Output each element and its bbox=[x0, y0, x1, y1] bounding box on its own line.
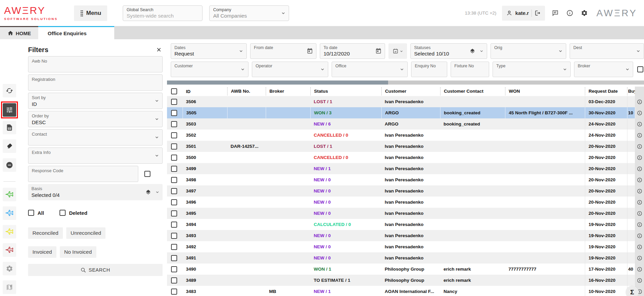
row-checkbox[interactable] bbox=[171, 222, 177, 228]
table-row[interactable]: 3495 NEW / 0 Ivan Peresadenko 20-Nov-202… bbox=[167, 208, 644, 219]
global-search-input[interactable]: Global Search System-wide search bbox=[123, 5, 202, 21]
deleted-checkbox[interactable] bbox=[59, 210, 66, 216]
row-info-icon[interactable] bbox=[635, 230, 644, 241]
block-button[interactable] bbox=[3, 158, 16, 172]
refresh-button[interactable] bbox=[3, 84, 16, 97]
green-flight-button[interactable] bbox=[3, 188, 16, 201]
row-info-icon[interactable] bbox=[635, 208, 644, 219]
row-info-icon[interactable] bbox=[635, 163, 644, 174]
row-checkbox[interactable] bbox=[171, 244, 177, 250]
column-customer[interactable]: Customer bbox=[381, 87, 440, 95]
calendar-icon[interactable] bbox=[307, 48, 313, 54]
row-checkbox[interactable] bbox=[171, 166, 177, 172]
sum-button[interactable]: Σ bbox=[626, 286, 639, 296]
awb-no-input[interactable]: Awb No bbox=[28, 56, 163, 72]
date-options-button[interactable] bbox=[388, 43, 407, 59]
enquiry-no-input[interactable]: Enquiry No bbox=[411, 62, 447, 77]
customer-select[interactable]: Customer bbox=[171, 62, 248, 77]
table-row[interactable]: 3491 NEW / 0 Ivan Peresadenko 19-Nov-202… bbox=[167, 252, 644, 264]
row-checkbox[interactable] bbox=[171, 199, 177, 205]
row-checkbox[interactable] bbox=[171, 233, 177, 239]
row-info-icon[interactable] bbox=[635, 264, 644, 275]
logout-icon[interactable] bbox=[534, 10, 541, 16]
column-request-date[interactable]: Request Date bbox=[585, 87, 627, 95]
table-row[interactable]: 3489 TO ESTIMATE / 1 Philosophy Group er… bbox=[167, 275, 644, 286]
select-all-checkbox[interactable] bbox=[171, 88, 177, 94]
table-row[interactable]: 3497 NEW / 0 Ivan Peresadenko 20-Nov-202… bbox=[167, 185, 644, 197]
column-status[interactable]: Status bbox=[310, 87, 381, 95]
column-awb-no[interactable]: AWB No. bbox=[227, 87, 266, 95]
table-row[interactable]: 3503 NEW / 6 ARGO booking_created 24-Nov… bbox=[167, 118, 644, 130]
row-info-icon[interactable] bbox=[635, 185, 644, 197]
operator-select[interactable]: Operator bbox=[252, 62, 328, 77]
user-menu[interactable]: kate.r bbox=[502, 6, 545, 21]
row-checkbox[interactable] bbox=[171, 266, 177, 272]
dest-select[interactable]: Dest bbox=[570, 43, 644, 59]
office-select[interactable]: Office bbox=[332, 62, 408, 77]
table-row[interactable]: 3505 WON / 3 ARGO booking_created 45 Nor… bbox=[167, 107, 644, 118]
column-customer-contact[interactable]: Customer Contact bbox=[440, 87, 505, 95]
row-checkbox[interactable] bbox=[171, 99, 177, 105]
table-row[interactable]: 3498 NEW / 0 Ivan Peresadenko 20-Nov-202… bbox=[167, 174, 644, 185]
horizontal-scrollbar[interactable] bbox=[167, 81, 644, 85]
row-checkbox[interactable] bbox=[171, 277, 177, 283]
company-select[interactable]: Company All Companies bbox=[209, 5, 289, 21]
type-select[interactable]: Type bbox=[493, 62, 571, 77]
table-row[interactable]: 3500 CANCELLED / 0 Ivan Peresadenko 20-N… bbox=[167, 152, 644, 163]
column-won[interactable]: WON bbox=[505, 87, 585, 95]
map-tool-button[interactable] bbox=[3, 280, 16, 294]
orig-select[interactable]: Orig bbox=[491, 43, 566, 59]
filters-tool-button[interactable] bbox=[3, 103, 16, 117]
row-info-icon[interactable] bbox=[635, 197, 644, 208]
to-date-input[interactable]: To date 10/12/2020 bbox=[320, 43, 385, 59]
response-code-checkbox[interactable] bbox=[144, 171, 150, 177]
table-row[interactable]: 3506 LOST / 1 Ivan Peresadenko 03-Dec-20… bbox=[167, 96, 644, 107]
row-info-icon[interactable] bbox=[635, 252, 644, 264]
column-buy[interactable]: Buy bbox=[627, 87, 635, 95]
no-invoiced-toggle[interactable]: No Invoiced bbox=[60, 246, 96, 258]
row-info-icon[interactable] bbox=[635, 275, 644, 286]
scrollbar-thumb[interactable] bbox=[167, 81, 388, 85]
broker-select[interactable]: Broker bbox=[574, 62, 633, 77]
row-info-icon[interactable] bbox=[635, 241, 644, 252]
table-row[interactable]: 3490 WON / 1 Philosophy Group erich rema… bbox=[167, 264, 644, 275]
row-info-icon[interactable] bbox=[635, 152, 644, 163]
column-broker[interactable]: Broker bbox=[266, 87, 310, 95]
calendar-icon[interactable] bbox=[375, 48, 382, 54]
row-info-icon[interactable] bbox=[635, 96, 644, 107]
extra-info-select[interactable]: Extra Info bbox=[28, 147, 163, 164]
sort-by-select[interactable]: Sort by ID bbox=[28, 93, 163, 109]
unreconciled-toggle[interactable]: Unreconciled bbox=[66, 227, 105, 239]
row-info-icon[interactable] bbox=[635, 107, 644, 118]
report-document-button[interactable] bbox=[3, 121, 16, 134]
red-flight-button[interactable] bbox=[3, 243, 16, 257]
row-info-icon[interactable] bbox=[635, 219, 644, 230]
row-checkbox[interactable] bbox=[171, 255, 177, 261]
row-info-icon[interactable] bbox=[635, 118, 644, 130]
row-checkbox[interactable] bbox=[171, 210, 177, 217]
row-info-icon[interactable] bbox=[635, 174, 644, 185]
registration-input[interactable]: Registration bbox=[28, 74, 163, 91]
row-info-icon[interactable] bbox=[635, 141, 644, 152]
close-icon[interactable] bbox=[155, 46, 163, 53]
invoiced-toggle[interactable]: Invoiced bbox=[28, 246, 56, 258]
row-checkbox[interactable] bbox=[171, 121, 177, 127]
row-checkbox[interactable] bbox=[171, 177, 177, 183]
blue-flight-button[interactable] bbox=[3, 206, 16, 220]
menu-button[interactable]: Menu bbox=[74, 5, 107, 21]
table-row[interactable]: 3493 NEW / 0 Ivan Peresadenko 19-Nov-202… bbox=[167, 230, 644, 241]
row-checkbox[interactable] bbox=[171, 110, 177, 116]
gear-icon[interactable] bbox=[580, 9, 589, 18]
filter-bar-checkbox[interactable] bbox=[637, 66, 643, 72]
info-icon[interactable] bbox=[565, 9, 574, 18]
table-row[interactable]: 3492 NEW / 0 Ivan Peresadenko 19-Nov-202… bbox=[167, 241, 644, 252]
table-row[interactable]: 3501 DAR-14257... LOST / 1 Ivan Peresade… bbox=[167, 141, 644, 152]
table-row[interactable]: 3494 CALCULATED / 0 Ivan Peresadenko 19-… bbox=[167, 219, 644, 230]
column-id[interactable]: ID bbox=[183, 87, 227, 96]
basis-multiselect[interactable]: Basis Selected 0/4 bbox=[28, 184, 163, 200]
statuses-multiselect[interactable]: Statuses Selected 10/10 bbox=[410, 43, 487, 59]
table-row[interactable]: 3496 NEW / 0 Ivan Peresadenko 20-Nov-202… bbox=[167, 197, 644, 208]
eraser-button[interactable] bbox=[3, 139, 16, 153]
response-code-input[interactable]: Response Code bbox=[28, 166, 138, 182]
contact-select[interactable]: Contact bbox=[28, 129, 163, 145]
